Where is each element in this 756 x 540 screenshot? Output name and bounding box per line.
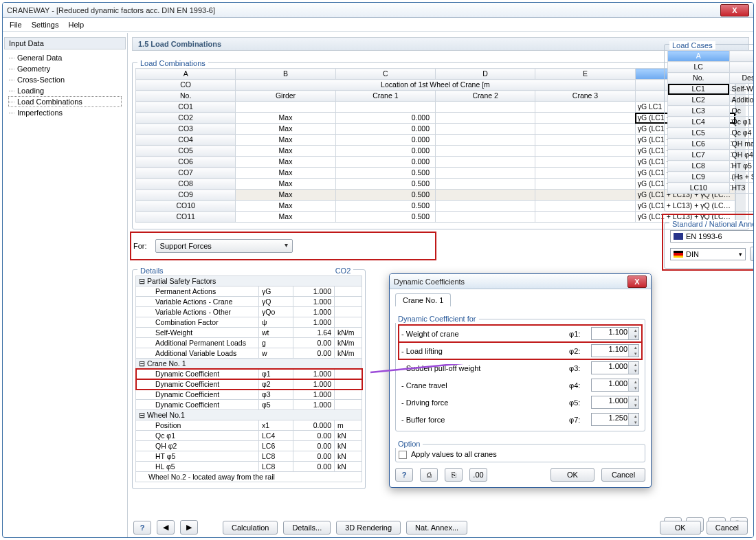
table-row[interactable]: Permanent ActionsγG1.000: [136, 286, 362, 297]
table-row[interactable]: CO3Max0.000γG (LC1 + LC3) + γQ LC8 + γQo…: [136, 124, 735, 135]
dynamic-coefficients-dialog: Dynamic Coefficients X Crane No. 1 Dynam…: [389, 273, 652, 488]
table-row[interactable]: Qc φ1LC40.00kN: [136, 431, 362, 441]
table-row[interactable]: CO6Max0.000γG (LC1 + LC5) + γQ (LC7 + LC…: [136, 157, 735, 168]
titlebar: CRANEWAY - [Reduced dynamic factors acc.…: [3, 3, 753, 18]
table-row[interactable]: Variable Actions - OtherγQo1.000: [136, 307, 362, 317]
table-row[interactable]: HT φ5LC80.00kN: [136, 451, 362, 462]
coef-spinner[interactable]: 1.000: [591, 361, 639, 374]
coef-row: - Driving forceφ5:1.000: [399, 394, 642, 411]
apply-all-checkbox[interactable]: Apply values to all cranes: [399, 450, 497, 458]
coef-spinner[interactable]: 1.250: [591, 413, 639, 426]
table-row[interactable]: CO8Max0.500γG (LC1 + LC11) + γQ LC16 + γ…: [136, 179, 735, 190]
help-button[interactable]: [133, 521, 151, 535]
input-data-title: Input Data: [4, 37, 126, 49]
coef-spinner[interactable]: 1.000: [591, 396, 639, 409]
table-row[interactable]: CO9Max0.500γG (LC1 + LC13) + γQ (LC15 + …: [136, 190, 735, 201]
for-combo[interactable]: Support Forces: [155, 239, 293, 253]
load-combinations-table[interactable]: ABCDEFCOLocation of 1st Wheel of Crane […: [135, 68, 735, 223]
table-row[interactable]: LC10HT3: [668, 183, 755, 194]
coef-spinner[interactable]: 1.100: [591, 344, 639, 357]
dialog-cancel-button[interactable]: Cancel: [601, 468, 645, 482]
nav-item-geometry[interactable]: Geometry: [8, 63, 122, 74]
coef-row: - Load liftingφ2:1.100: [399, 342, 642, 359]
nav-item-general-data[interactable]: General Data: [8, 52, 122, 63]
dialog-tool3-icon[interactable]: .00: [469, 468, 487, 482]
dialog-title: Dynamic Coefficients: [394, 278, 627, 286]
national-combo[interactable]: DIN: [670, 248, 746, 260]
load-cases-table[interactable]: ABLCNo.DescriptionLC1Self-Weight + Addit…: [667, 50, 754, 194]
table-row[interactable]: CO11Max0.500γG (LC1 + LC13) + γQ (LC15 +…: [136, 212, 735, 223]
table-row[interactable]: CO7Max0.500γG (LC1 + LC12) + γQ (LC14 + …: [136, 168, 735, 179]
prev-button[interactable]: ◀: [157, 520, 175, 535]
for-selector-row: For: Support Forces: [132, 234, 434, 258]
tab-crane-1[interactable]: Crane No. 1: [395, 293, 451, 306]
3d-rendering-button[interactable]: 3D Rendering: [336, 521, 401, 535]
table-row[interactable]: Additional Permanent Loadsg0.00kN/m: [136, 338, 362, 348]
coef-row: - Sudden pull-off weightφ3:1.000: [399, 359, 642, 376]
details-table[interactable]: ⊟ Partial Safety FactorsPermanent Action…: [135, 275, 362, 482]
table-row[interactable]: Dynamic Coefficientφ21.000: [136, 379, 362, 390]
next-button[interactable]: ▶: [180, 520, 198, 535]
nav-item-loading[interactable]: Loading: [8, 85, 122, 96]
table-row[interactable]: QH φ2LC60.00kN: [136, 441, 362, 451]
table-row[interactable]: CO1γG LC1: [136, 102, 735, 113]
dialog-close-button[interactable]: X: [627, 275, 647, 288]
load-cases-group: Load Cases ABLCNo.DescriptionLC1Self-Wei…: [664, 37, 754, 212]
table-row[interactable]: Variable Actions - CraneγQ1.000: [136, 297, 362, 307]
nav-tree: General DataGeometryCross-SectionLoading…: [4, 52, 126, 118]
table-row[interactable]: CO10Max0.500γG (LC1 + LC13) + γQ (LC15 +…: [136, 201, 735, 212]
nav-item-load-combinations[interactable]: Load Combinations: [8, 96, 122, 107]
details-button[interactable]: Details...: [283, 521, 331, 535]
table-row[interactable]: LC2Additional Variable Loads: [668, 95, 755, 106]
table-row[interactable]: CO4Max0.000γG (LC1 + LC5) + γQ (LC7 + LC…: [136, 135, 735, 146]
standard-combo[interactable]: EN 1993-6: [670, 230, 754, 243]
annex-open-icon[interactable]: 📂: [750, 247, 754, 261]
table-row[interactable]: HL φ5LC80.00kN: [136, 462, 362, 472]
menu-settings[interactable]: Settings: [32, 21, 59, 29]
nat-annex-button[interactable]: Nat. Annex...: [406, 521, 467, 535]
menubar: File Settings Help: [3, 18, 753, 32]
table-row[interactable]: LC9(Hs + S): [668, 172, 755, 183]
table-row[interactable]: Dynamic Coefficientφ51.000: [136, 400, 362, 410]
coef-row: - Buffer forceφ7:1.250: [399, 411, 642, 428]
table-row[interactable]: Positionx10.000m: [136, 420, 362, 431]
dialog-tool2-icon[interactable]: ⎘: [445, 468, 463, 482]
table-row[interactable]: Dynamic Coefficientφ31.000: [136, 390, 362, 400]
dialog-ok-button[interactable]: OK: [551, 468, 594, 482]
for-label: For:: [133, 242, 147, 250]
menu-help[interactable]: Help: [68, 21, 84, 29]
table-row[interactable]: LC8HT φ5 + HL φ5: [668, 161, 755, 172]
table-row[interactable]: CO5Max0.000γG (LC1 + LC5) + γQ (LC7 + LC…: [136, 146, 735, 157]
table-row[interactable]: LC6QH max(φ2, φ3): [668, 139, 755, 150]
section-title: 1.5 Load Combinations: [132, 37, 749, 51]
cancel-button[interactable]: Cancel: [707, 521, 748, 535]
ok-button[interactable]: OK: [660, 521, 701, 535]
table-row[interactable]: LC5Qc φ4: [668, 128, 755, 139]
close-button[interactable]: X: [720, 4, 749, 16]
nav-item-imperfections[interactable]: Imperfections: [8, 107, 122, 118]
window-title: CRANEWAY - [Reduced dynamic factors acc.…: [7, 6, 720, 14]
load-cases-title: Load Cases: [669, 41, 715, 49]
load-combinations-group: Load Combinations ABCDEFCOLocation of 1s…: [132, 55, 749, 229]
load-combinations-title: Load Combinations: [137, 59, 208, 67]
menu-file[interactable]: File: [10, 21, 22, 29]
table-row[interactable]: Self-Weightwt1.64kN/m: [136, 328, 362, 338]
coef-row: - Crane travelφ4:1.000: [399, 376, 642, 394]
table-row[interactable]: LC4Qc φ1: [668, 117, 755, 128]
option-group-title: Option: [395, 440, 423, 448]
national-annex-group: Standard / National Annex (NA) EN 1993-6…: [664, 216, 754, 269]
table-row[interactable]: Additional Variable Loadsw0.00kN/m: [136, 348, 362, 359]
table-row[interactable]: Combination Factorψ1.000: [136, 317, 362, 328]
table-row[interactable]: LC1Self-Weight + Additional Permanent Lo…: [668, 84, 755, 95]
dynamic-coefficient-group-title: Dynamic Coefficient for: [395, 315, 479, 323]
table-row[interactable]: CO2Max0.000γG (LC1 + LC4) + γQ (LC6 + LC…: [136, 113, 735, 124]
dialog-tool1-icon[interactable]: ⎙: [420, 468, 438, 482]
coef-spinner[interactable]: 1.100: [591, 327, 639, 340]
table-row[interactable]: Dynamic Coefficientφ11.000: [136, 369, 362, 379]
table-row[interactable]: LC7QH φ4: [668, 150, 755, 161]
coef-spinner[interactable]: 1.000: [591, 379, 639, 392]
table-row[interactable]: LC3Qc: [668, 106, 755, 117]
nav-item-cross-section[interactable]: Cross-Section: [8, 74, 122, 85]
calculation-button[interactable]: Calculation: [223, 521, 278, 535]
dialog-help-button[interactable]: [395, 468, 413, 482]
